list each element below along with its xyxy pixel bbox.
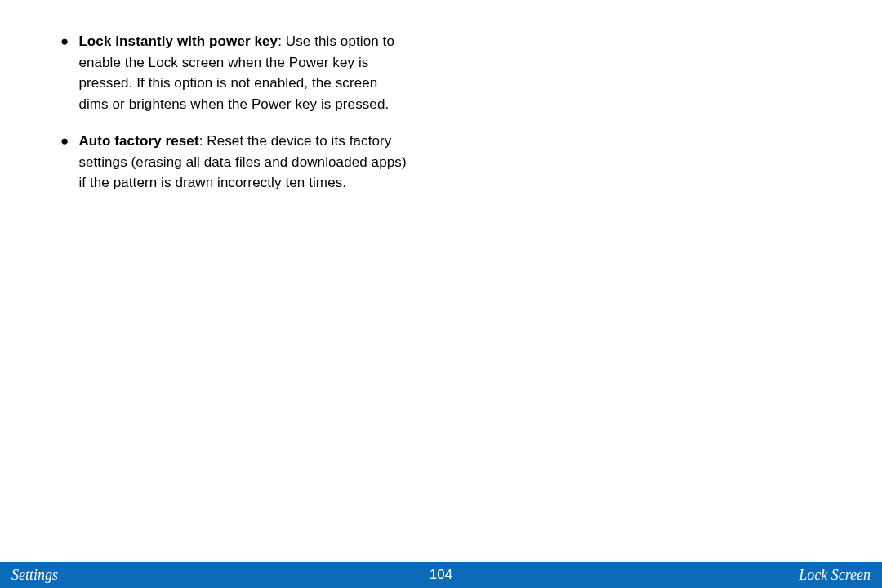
list-item: ● Lock instantly with power key: Use thi…: [49, 31, 408, 114]
page-footer: Settings 104 Lock Screen: [0, 562, 882, 588]
list-item-text: Lock instantly with power key: Use this …: [78, 31, 408, 114]
list-item-text: Auto factory reset: Reset the device to …: [78, 131, 408, 194]
bullet-icon: ●: [60, 31, 69, 114]
bullet-icon: ●: [60, 131, 69, 194]
list-item-title: Auto factory reset: [78, 133, 198, 149]
page-content: ● Lock instantly with power key: Use thi…: [0, 0, 457, 194]
list-item: ● Auto factory reset: Reset the device t…: [49, 131, 408, 194]
page-number: 104: [430, 567, 452, 583]
list-item-title: Lock instantly with power key: [78, 33, 278, 49]
footer-section-label: Settings: [11, 567, 58, 584]
footer-topic-label: Lock Screen: [799, 567, 871, 584]
